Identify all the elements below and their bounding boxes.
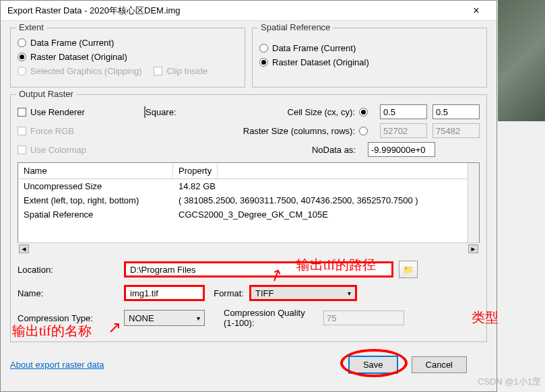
table-row: Extent (left, top, right, bottom)( 38108…: [18, 193, 468, 207]
clip-inside-label: Clip Inside: [166, 66, 207, 76]
location-label: Location:: [18, 265, 119, 275]
cols-input: [380, 123, 427, 138]
nodata-label: NoData as:: [312, 145, 356, 155]
watermark: CSDN @1小1罡: [478, 376, 541, 388]
use-renderer-label: Use Renderer: [30, 107, 85, 117]
output-raster-group: Output Raster Use Renderer Square: Cell …: [10, 94, 487, 342]
rows-input: [432, 123, 480, 138]
extent-clipping-radio: [18, 67, 26, 75]
extent-dataframe-radio[interactable]: [18, 38, 26, 47]
browse-folder-button[interactable]: 📁: [399, 261, 418, 278]
compression-type-combo[interactable]: NONE▾: [124, 310, 205, 326]
properties-table: NameProperty Uncompressed Size14.82 GB E…: [18, 162, 480, 243]
name-input[interactable]: [124, 285, 205, 301]
cy-input[interactable]: [432, 104, 480, 119]
extent-group: Extent Data Frame (Current) Raster Datas…: [10, 28, 245, 88]
cancel-button[interactable]: Cancel: [412, 356, 467, 373]
horizontal-scrollbar[interactable]: ◄►: [18, 242, 480, 254]
sr-raster-label: Raster Dataset (Original): [272, 57, 369, 67]
table-header-name: Name: [18, 163, 173, 178]
folder-icon: 📁: [403, 265, 414, 275]
rastersize-label: Raster Size (columns, rows):: [243, 126, 355, 136]
export-raster-dialog: Export Raster Data - 2020年核心区DEM.img × E…: [0, 0, 497, 392]
scroll-right-icon[interactable]: ►: [468, 244, 478, 253]
extent-clipping-label: Selected Graphics (Clipping): [30, 66, 141, 76]
use-renderer-checkbox[interactable]: [18, 108, 26, 117]
sr-dataframe-radio[interactable]: [259, 44, 268, 53]
spatial-ref-group: Spatial Reference Data Frame (Current) R…: [252, 28, 487, 88]
extent-raster-label: Raster Dataset (Original): [30, 52, 127, 62]
nodata-input[interactable]: [368, 142, 435, 157]
square-label: Square:: [146, 107, 177, 117]
output-legend: Output Raster: [16, 89, 76, 99]
force-rgb-checkbox: [18, 127, 26, 135]
about-link[interactable]: About export raster data: [10, 360, 104, 370]
extent-legend: Extent: [16, 22, 46, 32]
extent-dataframe-label: Data Frame (Current): [30, 38, 114, 48]
location-input[interactable]: [124, 261, 393, 277]
cellsize-radio[interactable]: [359, 108, 368, 117]
use-colormap-label: Use Colormap: [30, 145, 86, 155]
force-rgb-label: Force RGB: [30, 126, 74, 136]
sr-raster-radio[interactable]: [259, 58, 268, 67]
cx-input[interactable]: [380, 104, 427, 119]
save-button[interactable]: Save: [348, 356, 398, 374]
use-colormap-checkbox: [18, 145, 26, 154]
window-title: Export Raster Data - 2020年核心区DEM.img: [7, 5, 463, 17]
format-combo[interactable]: TIFF▾: [249, 285, 357, 301]
spatial-ref-legend: Spatial Reference: [258, 22, 333, 32]
name-label: Name:: [18, 288, 119, 298]
compression-quality-input: [323, 311, 404, 325]
rastersize-radio[interactable]: [359, 127, 368, 135]
scroll-left-icon[interactable]: ◄: [19, 244, 29, 253]
chevron-down-icon: ▾: [197, 315, 200, 322]
titlebar: Export Raster Data - 2020年核心区DEM.img ×: [1, 1, 496, 21]
chevron-down-icon: ▾: [348, 290, 351, 297]
vertical-scrollbar[interactable]: [468, 163, 479, 242]
table-row: Uncompressed Size14.82 GB: [18, 179, 468, 193]
clip-inside-checkbox: [154, 67, 162, 75]
close-icon[interactable]: ×: [463, 5, 490, 17]
cellsize-label: Cell Size (cx, cy):: [288, 107, 355, 117]
extent-raster-radio[interactable]: [18, 53, 26, 61]
format-label: Format:: [210, 288, 244, 298]
compression-type-label: Compression Type:: [18, 313, 119, 323]
sr-dataframe-label: Data Frame (Current): [272, 43, 356, 53]
table-header-property: Property: [173, 163, 218, 178]
compression-quality-label: Compression Quality (1-100):: [210, 308, 318, 328]
table-row: Spatial ReferenceCGCS2000_3_Degree_GK_CM…: [18, 207, 468, 222]
